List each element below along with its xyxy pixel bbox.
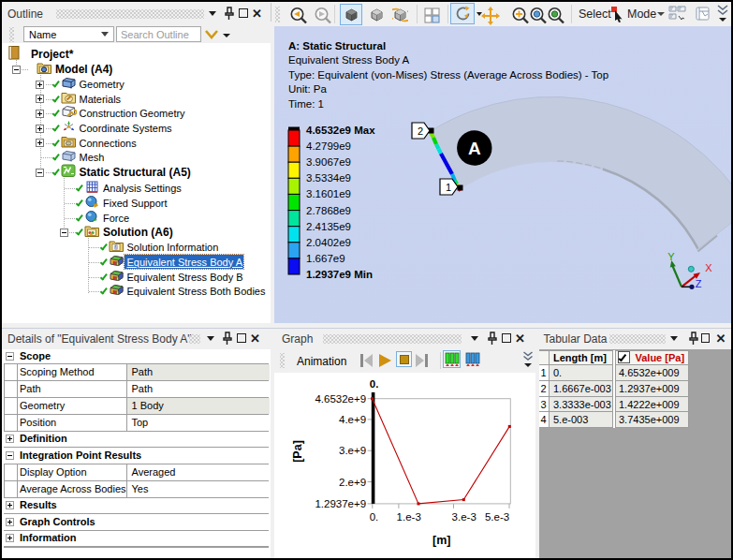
svg-text:A: A [468,139,481,158]
svg-text:2.0402e9: 2.0402e9 [306,237,351,248]
svg-text:[m]: [m] [432,534,450,547]
svg-text:2.4135e9: 2.4135e9 [306,221,351,232]
svg-text:2.e+9: 2.e+9 [339,477,366,488]
svg-text:1.e-3: 1.e-3 [397,511,421,523]
svg-text:3.e+9: 3.e+9 [339,445,366,456]
svg-text:1.667e9: 1.667e9 [306,253,345,264]
svg-text:4.e+9: 4.e+9 [339,414,366,425]
svg-text:1: 1 [446,182,451,193]
svg-text:A: Static Structural: A: Static Structural [288,40,386,52]
svg-text:Y: Y [667,251,675,262]
svg-text:1.2937e9 Min: 1.2937e9 Min [306,269,373,280]
svg-text:4.6532e+9: 4.6532e+9 [315,393,366,405]
svg-text:3.9067e9: 3.9067e9 [306,156,351,168]
svg-text:Z: Z [696,278,702,289]
svg-text:4.2799e9: 4.2799e9 [306,140,351,152]
svg-text:0.: 0. [370,511,379,523]
svg-text:Type: Equivalent (von-Mises) S: Type: Equivalent (von-Mises) Stress (Ave… [288,69,608,81]
svg-text:2.7868e9: 2.7868e9 [306,205,351,216]
svg-text:2: 2 [418,125,423,137]
svg-text:Equivalent Stress Body A: Equivalent Stress Body A [288,54,409,66]
svg-text:3.e-3: 3.e-3 [452,511,476,523]
svg-text:3.1601e9: 3.1601e9 [306,188,351,199]
svg-text:Unit: Pa: Unit: Pa [288,83,328,95]
svg-text:3.5334e9: 3.5334e9 [306,172,351,184]
svg-text:5.e-3: 5.e-3 [485,511,509,523]
svg-text:4.6532e9 Max: 4.6532e9 Max [306,125,375,136]
svg-text:Time: 1: Time: 1 [288,98,324,110]
svg-text:0.: 0. [370,378,379,390]
svg-text:1.2937e+9: 1.2937e+9 [315,498,366,509]
svg-text:[Pa]: [Pa] [291,440,304,463]
svg-text:X: X [705,262,712,273]
